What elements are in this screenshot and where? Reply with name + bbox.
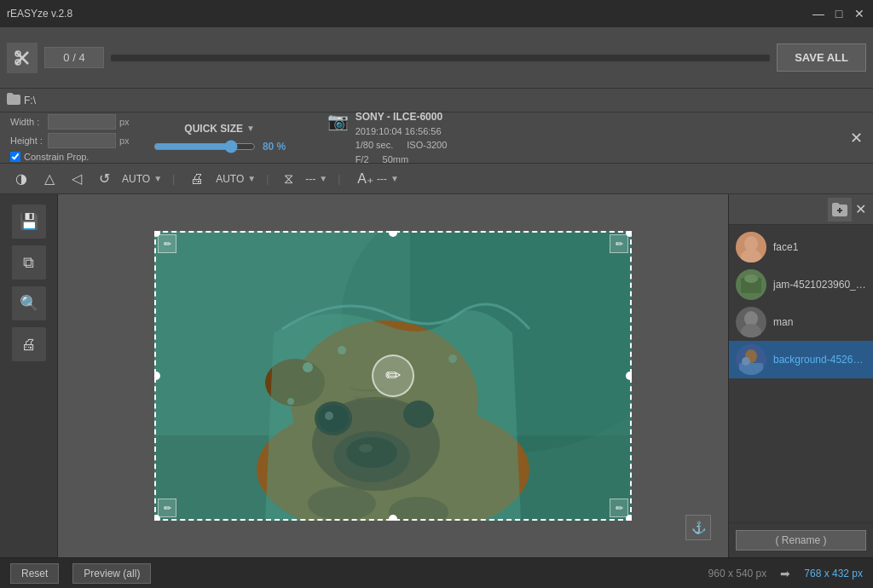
progress-area: 0 / 4 bbox=[44, 47, 770, 68]
progress-bar bbox=[111, 55, 770, 61]
width-input[interactable] bbox=[48, 114, 116, 130]
face-item-active[interactable]: background-4526558 bbox=[729, 341, 873, 378]
app-container: 0 / 4 SAVE ALL F:\ Width : px Height : bbox=[0, 27, 873, 588]
exif-row: 1/80 sec. ISO-3200 bbox=[356, 138, 448, 153]
rename-button[interactable]: ( Rename ) bbox=[736, 530, 866, 551]
save-tool-button[interactable]: 💾 bbox=[12, 205, 46, 239]
close-button[interactable]: ✕ bbox=[853, 7, 866, 20]
dimensions-group: Width : px Height : px Constrain Prop. bbox=[10, 114, 130, 162]
face-item[interactable]: man bbox=[729, 303, 873, 341]
auto-1-arrow: ▼ bbox=[153, 174, 162, 183]
filter-separator-2: | bbox=[266, 173, 269, 185]
edit-corner-bl[interactable]: ✏ bbox=[158, 499, 176, 517]
folder-icon bbox=[7, 93, 20, 105]
app-title: rEASYze v.2.8 bbox=[7, 8, 72, 20]
quick-size-group: QUICK SIZE ▼ 80 % bbox=[143, 123, 297, 153]
add-image-button[interactable] bbox=[828, 198, 852, 222]
height-unit: px bbox=[119, 135, 130, 146]
camera-info: 📷 SONY - ILCE-6000 2019:10:04 16:56:56 1… bbox=[327, 109, 448, 167]
auto-label-1: AUTO bbox=[122, 173, 150, 185]
progress-counter: 0 / 4 bbox=[44, 47, 104, 68]
close-info-area: ✕ bbox=[850, 129, 863, 147]
lock-icon[interactable]: ⚓ bbox=[685, 515, 711, 540]
height-row: Height : px bbox=[10, 133, 130, 148]
camera-details: SONY - ILCE-6000 2019:10:04 16:56:56 1/8… bbox=[356, 109, 448, 167]
copy-tool-button[interactable]: ⧉ bbox=[12, 245, 46, 280]
rotate-button[interactable]: ↺ bbox=[94, 169, 115, 188]
face-name-face1: face1 bbox=[773, 241, 866, 253]
edit-corner-tl[interactable]: ✏ bbox=[158, 234, 176, 253]
text-filter-value: --- bbox=[377, 173, 387, 185]
face-avatar-jam bbox=[736, 269, 766, 300]
face-item[interactable]: face1 bbox=[729, 228, 873, 266]
slider-row: 80 % bbox=[153, 140, 286, 153]
filter-value-group: --- ▼ bbox=[305, 173, 327, 185]
logo-button[interactable] bbox=[7, 43, 38, 73]
title-bar: rEASYze v.2.8 — □ ✕ bbox=[0, 0, 873, 27]
window-controls: — □ ✕ bbox=[812, 7, 866, 20]
filter-toolbar: ◑ △ ◁ ↺ AUTO ▼ | 🖨 AUTO ▼ | ⧖ --- ▼ | A₊… bbox=[0, 164, 873, 194]
percent-display: 80 % bbox=[263, 141, 286, 153]
funnel-button[interactable]: ⧖ bbox=[279, 170, 298, 188]
canvas-area[interactable]: ✏ ✏ ✏ ✏ ✏ ⚓ bbox=[58, 194, 728, 557]
width-label: Width : bbox=[10, 117, 44, 127]
close-panel-button[interactable]: ✕ bbox=[855, 201, 866, 217]
center-edit-icon[interactable]: ✏ bbox=[372, 355, 414, 397]
right-panel-header: ✕ bbox=[729, 194, 873, 225]
close-camera-info-button[interactable]: ✕ bbox=[850, 129, 863, 147]
text-a-icon: A₊ bbox=[357, 170, 373, 187]
filter-value: --- bbox=[305, 173, 315, 185]
face-name-jam: jam-4521023960_720 bbox=[773, 279, 866, 291]
face-avatar-face1 bbox=[736, 232, 766, 262]
face-avatar-background bbox=[736, 344, 766, 375]
face-list: face1 jam-4521023960_720 bbox=[729, 225, 873, 522]
contrast-button[interactable]: ◑ bbox=[10, 169, 32, 188]
svg-point-23 bbox=[287, 398, 294, 405]
maximize-button[interactable]: □ bbox=[832, 7, 846, 20]
minimize-button[interactable]: — bbox=[812, 7, 825, 20]
edit-corner-tr[interactable]: ✏ bbox=[610, 234, 628, 253]
edit-corner-br[interactable]: ✏ bbox=[610, 499, 628, 517]
constrain-checkbox[interactable] bbox=[10, 152, 20, 162]
quick-size-arrow: ▼ bbox=[246, 124, 255, 133]
svg-point-24 bbox=[448, 355, 457, 363]
image-container: ✏ ✏ ✏ ✏ ✏ bbox=[154, 231, 632, 521]
width-row: Width : px bbox=[10, 114, 130, 130]
preview-all-button[interactable]: Preview (all) bbox=[72, 563, 151, 584]
avatar-background bbox=[736, 344, 766, 375]
arrow-left-button[interactable]: ◁ bbox=[66, 169, 87, 188]
filter-arrow: ▼ bbox=[319, 174, 327, 183]
filter-separator-1: | bbox=[172, 173, 175, 185]
svg-point-21 bbox=[303, 362, 313, 372]
status-bar: Reset Preview (all) 960 x 540 px ➡ 768 x… bbox=[0, 557, 873, 588]
height-input[interactable] bbox=[48, 133, 116, 148]
triangle-button[interactable]: △ bbox=[39, 169, 60, 188]
auto-filter-2-group: AUTO ▼ bbox=[216, 173, 256, 185]
svg-rect-38 bbox=[739, 363, 763, 375]
auto-label-2: AUTO bbox=[216, 173, 244, 185]
face-name-background: background-4526558 bbox=[773, 354, 866, 366]
svg-point-39 bbox=[742, 357, 750, 366]
print-button[interactable]: 🖨 bbox=[185, 170, 209, 188]
folder-path: F:\ bbox=[24, 95, 36, 107]
resize-bar: Width : px Height : px Constrain Prop. Q… bbox=[0, 112, 873, 164]
height-label: Height : bbox=[10, 135, 44, 146]
resize-arrow-icon: ➡ bbox=[780, 567, 790, 580]
width-unit: px bbox=[119, 117, 130, 127]
quick-size-slider[interactable] bbox=[153, 140, 256, 153]
face-name-man: man bbox=[773, 316, 866, 328]
folder-button[interactable] bbox=[7, 93, 20, 107]
print-tool-button[interactable]: 🖨 bbox=[12, 327, 46, 361]
reset-button[interactable]: Reset bbox=[10, 563, 59, 584]
rename-area: ( Rename ) bbox=[729, 522, 873, 557]
face-avatar-man bbox=[736, 307, 766, 337]
avatar-jam bbox=[736, 269, 766, 300]
camera-date: 2019:10:04 16:56:56 bbox=[356, 124, 448, 139]
svg-point-22 bbox=[338, 346, 346, 355]
camera-icon: 📷 bbox=[327, 111, 349, 131]
search-tool-button[interactable]: 🔍 bbox=[12, 286, 46, 320]
shutter-speed: 1/80 sec. bbox=[356, 138, 394, 153]
add-folder-icon bbox=[831, 201, 848, 218]
face-item[interactable]: jam-4521023960_720 bbox=[729, 266, 873, 303]
save-all-button[interactable]: SAVE ALL bbox=[777, 43, 866, 72]
